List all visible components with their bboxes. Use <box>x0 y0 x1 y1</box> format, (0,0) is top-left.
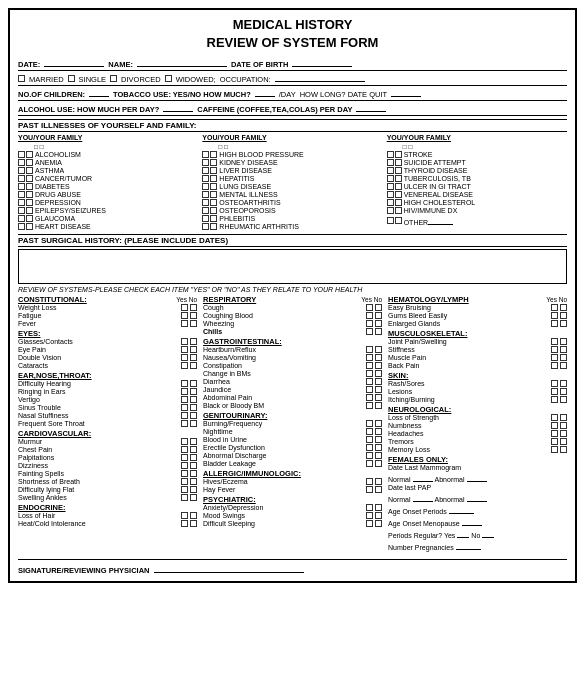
females-section: FEMALES ONLY: Date Last Mammogram Normal… <box>388 455 567 551</box>
surgical-history-box[interactable] <box>18 249 567 284</box>
mood-swings-item: Mood Swings <box>203 512 382 519</box>
pregnancies: Number Pregnancies <box>388 540 567 551</box>
easy-bruising-item: Easy Bruising <box>388 304 567 311</box>
illness-mental: MENTAL ILLNESS <box>202 191 382 198</box>
pap-item: Date last PAP <box>388 484 567 491</box>
allergic-section: ALLERGIC/IMMUNOLOGIC: Hives/Eczema Hay F… <box>203 469 382 493</box>
stiffness-item: Stiffness <box>388 346 567 353</box>
eyes-section: EYES: Glasses/Contacts Eye Pain Double V… <box>18 329 197 369</box>
constitutional-section: CONSTITUTIONAL: Yes No Weight Loss Fatig… <box>18 295 197 327</box>
col3-header: YOU/YOUR FAMILY <box>387 134 567 141</box>
headaches-item: Headaches <box>388 430 567 437</box>
constipation-item: Constipation <box>203 362 382 369</box>
sinus-item: Sinus Trouble <box>18 404 197 411</box>
systems-grid: CONSTITUTIONAL: Yes No Weight Loss Fatig… <box>18 295 567 553</box>
illness-thyroid: THYROID DISEASE <box>387 167 567 174</box>
enlarged-glands-item: Enlarged Glands <box>388 320 567 327</box>
coughing-blood-item: Coughing Blood <box>203 312 382 319</box>
illnesses-grid: YOU/YOUR FAMILY □ □ ALCOHOLISM ANEMIA AS… <box>18 134 567 231</box>
illness-stroke: STROKE <box>387 151 567 158</box>
illness-anemia: ANEMIA <box>18 159 198 166</box>
alcohol-caffeine-row: ALCOHOL USE: HOW MUCH PER DAY? CAFFEINE … <box>18 101 567 116</box>
heat-cold-item: Heat/Cold Intolerance <box>18 520 197 527</box>
form-title: MEDICAL HISTORY REVIEW OF SYSTEM FORM <box>18 16 567 52</box>
illness-epilepsy: EPILEPSY/SEIZURES <box>18 207 198 214</box>
burning-freq-item: Burning/Frequency <box>203 420 382 427</box>
swelling-item: Swelling Ankles <box>18 494 197 501</box>
caffeine-field[interactable] <box>356 102 386 112</box>
nasal-item: Nasal Stuffiness <box>18 412 197 419</box>
illness-drug-abuse: DRUG ABUSE <box>18 191 198 198</box>
illness-rheumatic: RHEUMATIC ARTHRITIS <box>202 223 382 230</box>
joint-pain-item: Joint Pain/Swelling <box>388 338 567 345</box>
widowed-cb[interactable] <box>165 75 172 82</box>
illness-osteoporosis: OSTEOPOROSIS <box>202 207 382 214</box>
illness-tb: TUBERCULOSIS, TB <box>387 175 567 182</box>
anxiety-item: Anxiety/Depression <box>203 504 382 511</box>
double-vision-item: Double Vision <box>18 354 197 361</box>
illness-other: OTHER <box>387 215 567 226</box>
children-tobacco-row: NO.OF CHILDREN: TOBACCO USE: YES/NO HOW … <box>18 86 567 101</box>
surgical-header: PAST SURGICAL HISTORY: (PLEASE INCLUDE D… <box>18 234 567 247</box>
signature-line: SIGNATURE/REVIEWING PHYSICIAN <box>18 559 567 575</box>
alcohol-field[interactable] <box>163 102 193 112</box>
psychiatric-section: PSYCHIATRIC: Anxiety/Depression Mood Swi… <box>203 495 382 527</box>
name-field[interactable] <box>137 57 227 67</box>
pap-result: Normal Abnormal <box>388 492 567 503</box>
review-note: REVIEW OF SYSTEMS-PLEASE CHECK EACH ITEM… <box>18 286 567 293</box>
neurological-section: NEUROLOGICAL: Loss of Strength Numbness … <box>388 405 567 453</box>
tremors-item: Tremors <box>388 438 567 445</box>
illness-hepatitis: HEPATITIS <box>202 175 382 182</box>
cough-item: Cough <box>203 304 382 311</box>
respiratory-section: RESPIRATORY Yes No Cough Coughing Blood … <box>203 295 382 335</box>
gu-section: GENITOURINARY: Burning/Frequency Nightti… <box>203 411 382 467</box>
signature-field[interactable] <box>154 563 304 573</box>
illness-suicide: SUICIDE ATTEMPT <box>387 159 567 166</box>
wheezing-item: Wheezing <box>203 320 382 327</box>
tobacco-field[interactable] <box>255 87 275 97</box>
loss-hair-item: Loss of Hair <box>18 512 197 519</box>
muscle-pain-item: Muscle Pain <box>388 354 567 361</box>
married-cb[interactable] <box>18 75 25 82</box>
marital-row: MARRIED SINGLE DIVORCED WIDOWED; OCCUPAT… <box>18 71 567 86</box>
difficult-sleeping-item: Difficult Sleeping <box>203 520 382 527</box>
dob-field[interactable] <box>292 57 352 67</box>
illness-asthma: ASTHMA <box>18 167 198 174</box>
bladder-leakage-item: Bladder Leakage <box>203 460 382 467</box>
black-bm-item: Black or Bloody BM <box>203 402 382 409</box>
gi-section: GASTROINTESTINAL: Heartburn/Reflux Nause… <box>203 337 382 409</box>
numbness-item: Numbness <box>388 422 567 429</box>
eye-pain-item: Eye Pain <box>18 346 197 353</box>
murmur-item: Murmur <box>18 438 197 445</box>
itching-item: Itching/Burning <box>388 396 567 403</box>
illness-diabetes: DIABETES <box>18 183 198 190</box>
divorced-cb[interactable] <box>110 75 117 82</box>
musculoskeletal-section: MUSCULOSKELETAL: Joint Pain/Swelling Sti… <box>388 329 567 369</box>
quit-date-field[interactable] <box>391 87 421 97</box>
illness-depression: DEPRESSION <box>18 199 198 206</box>
single-cb[interactable] <box>68 75 75 82</box>
gums-bleed-item: Gums Bleed Easily <box>388 312 567 319</box>
illness-ulcer: ULCER IN GI TRACT <box>387 183 567 190</box>
glasses-item: Glasses/Contacts <box>18 338 197 345</box>
col2-header: YOU/YOUR FAMILY <box>202 134 382 141</box>
occupation-field[interactable] <box>275 72 365 82</box>
periods-regular: Periods Regular? Yes No <box>388 528 567 539</box>
mammogram-item: Date Last Mammogram <box>388 464 567 471</box>
date-field[interactable] <box>44 57 104 67</box>
skin-section: SKIN: Rash/Sores Lesions Itching/Burning <box>388 371 567 403</box>
children-field[interactable] <box>89 87 109 97</box>
illness-cancer: CANCER/TUMOR <box>18 175 198 182</box>
shortness-item: Shortness of Breath <box>18 478 197 485</box>
heartburn-item: Heartburn/Reflux <box>203 346 382 353</box>
hives-item: Hives/Eczema <box>203 478 382 485</box>
diarrhea-item: Diarrhea <box>203 378 382 385</box>
weight-loss-item: Weight Loss <box>18 304 197 311</box>
illness-kidney: KIDNEY DISEASE <box>202 159 382 166</box>
illness-glaucoma: GLAUCOMA <box>18 215 198 222</box>
date-name-row: DATE: NAME: DATE OF BIRTH <box>18 56 567 71</box>
age-onset-menopause: Age Onset Menopause <box>388 516 567 527</box>
abdominal-pain-item: Abdominal Pain <box>203 394 382 401</box>
abnormal-discharge-item: Abnormal Discharge <box>203 452 382 459</box>
hay-fever-item: Hay Fever <box>203 486 382 493</box>
